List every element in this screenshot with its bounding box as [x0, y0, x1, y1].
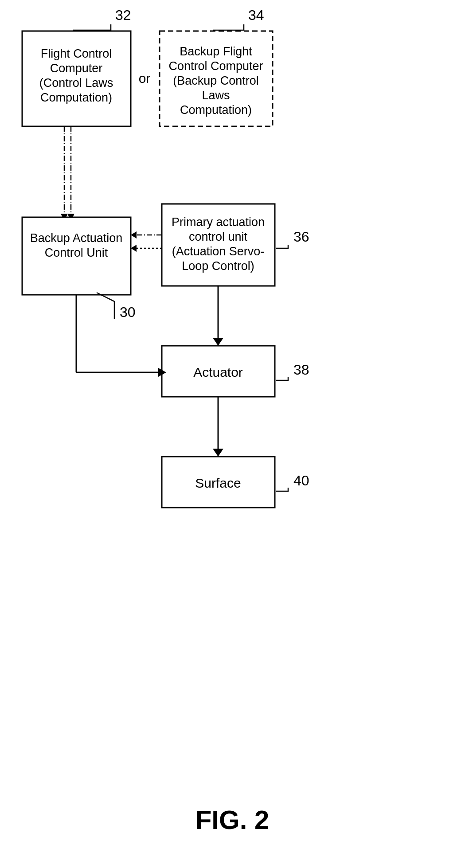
bfcc-label-line2: Control Computer [168, 59, 263, 73]
surface-label: Surface [195, 476, 241, 490]
ref-36: 36 [293, 229, 309, 245]
pacu-label-line2: control unit [189, 230, 248, 243]
fcc-label-line3: (Control Laws [39, 76, 113, 90]
pacu-label-line4: Loop Control) [182, 259, 254, 273]
ref-40: 40 [293, 473, 309, 489]
actuator-label: Actuator [193, 365, 243, 379]
pacu-label-line3: (Actuation Servo- [172, 245, 265, 258]
diagram-svg: 32 34 Flight Control Computer (Control L… [0, 0, 465, 868]
bfcc-label-line4: Laws [202, 89, 230, 102]
diagram-container: 32 34 Flight Control Computer (Control L… [0, 0, 465, 868]
bfcc-label-line1: Backup Flight [180, 45, 252, 58]
bacu-label-line2: Control Unit [45, 246, 108, 259]
pacu-label-line1: Primary actuation [172, 215, 265, 229]
or-label: or [139, 71, 151, 86]
fcc-label-line4: Computation) [40, 91, 112, 104]
bfcc-label-line3: (Backup Control [173, 74, 259, 87]
svg-rect-0 [0, 0, 465, 868]
ref-30: 30 [120, 304, 136, 320]
fig-label: FIG. 2 [195, 805, 270, 835]
ref-32: 32 [115, 7, 131, 23]
fcc-label-line2: Computer [50, 62, 103, 75]
fcc-label-line1: Flight Control [41, 47, 112, 60]
bacu-label-line1: Backup Actuation [30, 231, 123, 245]
bfcc-label-line5: Computation) [180, 103, 252, 117]
ref-34: 34 [248, 7, 264, 23]
ref-38: 38 [293, 362, 309, 378]
